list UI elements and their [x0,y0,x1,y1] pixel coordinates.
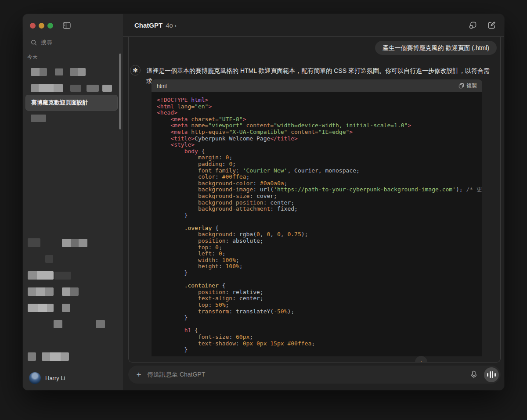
main-area: ChatGPT4o› 產生一個賽博龐克風的 歡迎頁面 (.h [123,14,504,390]
sidebar-toggle-icon[interactable] [63,22,71,29]
sidebar-chat-item-selected[interactable]: 賽博龐克歡迎頁面設計 [25,95,118,111]
code-line: <meta http-equiv="X-UA-Compatible" conte… [157,129,482,136]
code-line [157,321,482,328]
conversation-panel: 產生一個賽博龐克風的 歡迎頁面 (.html) ✻ 這裡是一個基本的賽博龐克風格… [128,37,501,363]
new-chat-icon[interactable] [487,21,496,30]
arrow-down-icon: ↓ [419,359,423,363]
waveform-icon [487,373,488,377]
scroll-to-bottom-button[interactable]: ↓ [415,356,427,363]
code-line: top: 50%; [157,302,482,309]
attach-button[interactable]: + [134,370,143,380]
composer: + 傳送訊息至 ChatGPT [128,366,501,384]
code-line: <style> [157,142,482,148]
code-line: position: absolute; [157,238,482,244]
code-line: left: 0; [157,251,482,257]
code-line: <meta name="viewport" content="width=dev… [157,122,482,129]
code-line [157,276,482,283]
code-line: margin: 0; [157,154,482,161]
code-line [157,219,482,225]
user-name: Harry Li [45,375,65,381]
code-line: } [157,347,482,353]
code-line: text-shadow: 0px 0px 15px #00ffea; [157,341,482,347]
main-header: ChatGPT4o› [123,14,504,37]
code-line: padding: 0; [157,161,482,168]
mic-icon[interactable] [470,370,478,379]
message-input[interactable]: 傳送訊息至 ChatGPT [147,371,470,379]
copy-icon [458,83,464,89]
code-line: background: rgba(0, 0, 0, 0.75); [157,231,482,238]
code-line: } [157,212,482,219]
code-line: <!DOCTYPE html> [157,97,482,104]
code-line: body { [157,148,482,155]
code-line: color: #00ffea; [157,174,482,180]
app-window: 搜尋 今天 賽博龐克歡迎頁面設計 [23,14,504,390]
code-line: text-align: center; [157,295,482,302]
code-block: html 複製 <!DOCTYPE html><html lang="en"><… [152,79,482,356]
code-line: } [157,270,482,276]
code-line: background-size: cover; [157,193,482,200]
minimize-window-button[interactable] [39,23,44,29]
code-line: font-family: 'Courier New', Courier, mon… [157,168,482,174]
code-line: top: 0; [157,244,482,251]
code-content[interactable]: <!DOCTYPE html><html lang="en"><head> <m… [152,92,482,353]
code-line: .overlay { [157,225,482,232]
app-title: ChatGPT [134,22,162,29]
code-line: background-color: #0a0a0a; [157,180,482,187]
code-line: .container { [157,283,482,289]
code-line: height: 100%; [157,263,482,270]
model-switcher[interactable]: ChatGPT4o› [134,22,177,29]
code-line: position: relative; [157,289,482,296]
sidebar-scrollbar[interactable] [119,54,121,129]
code-line: background-position: center; [157,200,482,206]
code-line: <meta charset="UTF-8"> [157,116,482,123]
code-line: <title>Cyberpunk Welcome Page</title> [157,136,482,142]
code-line: <html lang="en"> [157,104,482,110]
model-label: 4o [166,22,173,29]
search-placeholder: 搜尋 [41,39,52,47]
code-language-label: html [157,83,167,89]
code-block-header: html 複製 [152,79,482,92]
sidebar: 搜尋 今天 賽博龐克歡迎頁面設計 [23,14,123,390]
account-menu[interactable]: Harry Li [29,372,65,384]
user-avatar [29,372,41,384]
copy-code-button[interactable]: 複製 [458,82,477,90]
code-line: } [157,315,482,321]
copy-label: 複製 [466,82,477,90]
code-line: font-size: 60px; [157,334,482,341]
search-icon [31,39,37,46]
chat-title: 賽博龐克歡迎頁面設計 [31,99,88,107]
close-window-button[interactable] [30,23,36,29]
share-icon[interactable] [468,21,477,30]
code-line: width: 100%; [157,257,482,264]
code-line: transform: translateY(-50%); [157,309,482,315]
search-field[interactable]: 搜尋 [31,38,115,47]
code-line: background-image: url('https://path-to-y… [157,187,482,193]
sidebar-section-today: 今天 [27,54,38,61]
openai-logo-icon: ✻ [130,65,141,75]
voice-mode-button[interactable] [484,367,499,382]
code-line: background-attachment: fixed; [157,206,482,212]
user-message-bubble: 產生一個賽博龐克風的 歡迎頁面 (.html) [375,41,497,55]
chevron-right-icon: › [175,23,177,29]
zoom-window-button[interactable] [47,23,53,29]
code-line: h1 { [157,327,482,334]
code-line: <head> [157,110,482,116]
